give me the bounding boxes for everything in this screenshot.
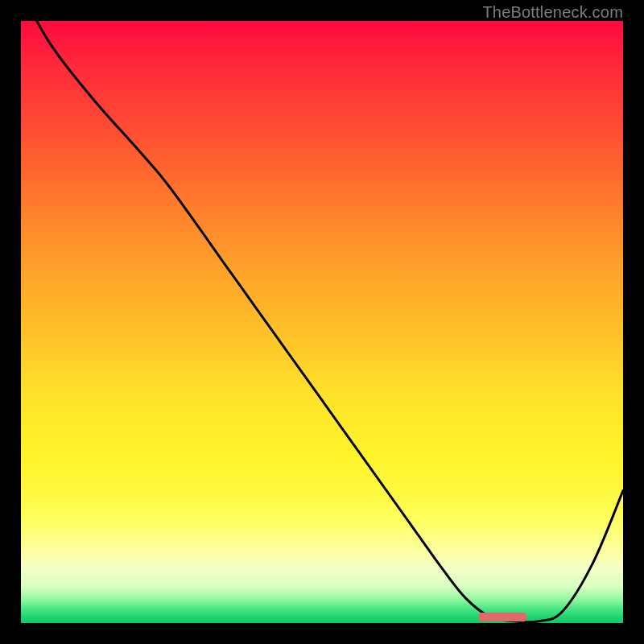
plot-area — [21, 21, 623, 623]
optimum-marker — [478, 613, 526, 621]
chart-container: TheBottleneck.com — [0, 0, 644, 644]
chart-svg — [21, 21, 623, 623]
bottleneck-curve — [21, 21, 623, 622]
watermark-text: TheBottleneck.com — [482, 3, 623, 22]
